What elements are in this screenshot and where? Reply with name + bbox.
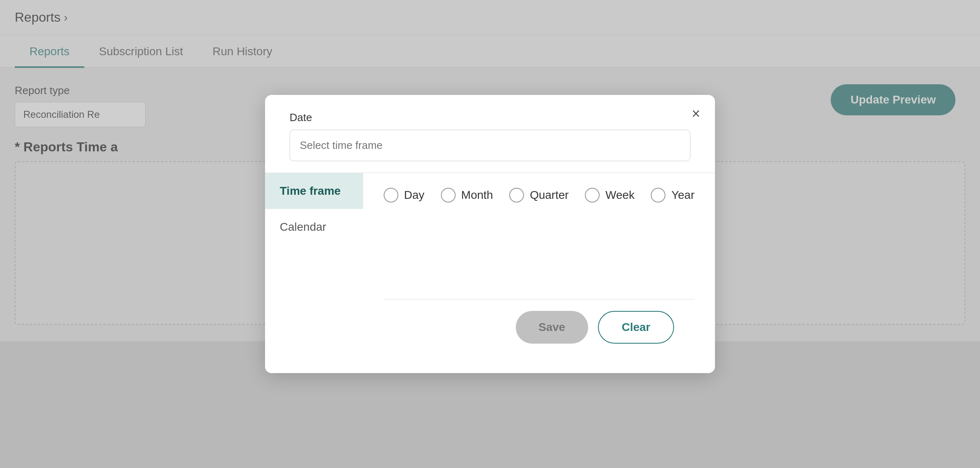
modal-right-content: Day Month Quarter Week (363, 173, 715, 373)
save-button[interactable]: Save (516, 311, 588, 344)
date-input[interactable] (290, 130, 690, 161)
modal-header: Date (265, 95, 715, 173)
radio-quarter[interactable]: Quarter (509, 188, 569, 202)
radio-label-quarter: Quarter (530, 189, 569, 202)
modal-footer: Save Clear (384, 311, 695, 358)
modal-dialog: × Date Time frame Calendar (265, 95, 715, 373)
modal-content-spacer (384, 215, 695, 299)
radio-options-row: Day Month Quarter Week (384, 188, 695, 202)
page-background: Reports › Reports Subscription List Run … (0, 0, 980, 468)
radio-label-year: Year (671, 189, 695, 202)
modal-sidebar: Time frame Calendar (265, 173, 363, 373)
modal-divider (384, 299, 695, 299)
modal-date-label: Date (290, 111, 690, 124)
radio-week[interactable]: Week (585, 188, 634, 202)
sidebar-item-calendar[interactable]: Calendar (265, 209, 363, 245)
clear-button[interactable]: Clear (598, 311, 674, 344)
radio-circle-month (441, 188, 456, 202)
radio-label-week: Week (605, 189, 634, 202)
radio-circle-quarter (509, 188, 524, 202)
radio-year[interactable]: Year (651, 188, 695, 202)
radio-circle-week (585, 188, 600, 202)
radio-label-month: Month (461, 189, 493, 202)
modal-body: Time frame Calendar Day Month (265, 173, 715, 373)
radio-circle-day (384, 188, 398, 202)
modal-overlay: × Date Time frame Calendar (0, 0, 980, 468)
radio-day[interactable]: Day (384, 188, 425, 202)
sidebar-item-time-frame[interactable]: Time frame (265, 173, 363, 209)
radio-label-day: Day (404, 189, 425, 202)
modal-close-button[interactable]: × (692, 106, 700, 121)
radio-circle-year (651, 188, 665, 202)
radio-month[interactable]: Month (441, 188, 493, 202)
